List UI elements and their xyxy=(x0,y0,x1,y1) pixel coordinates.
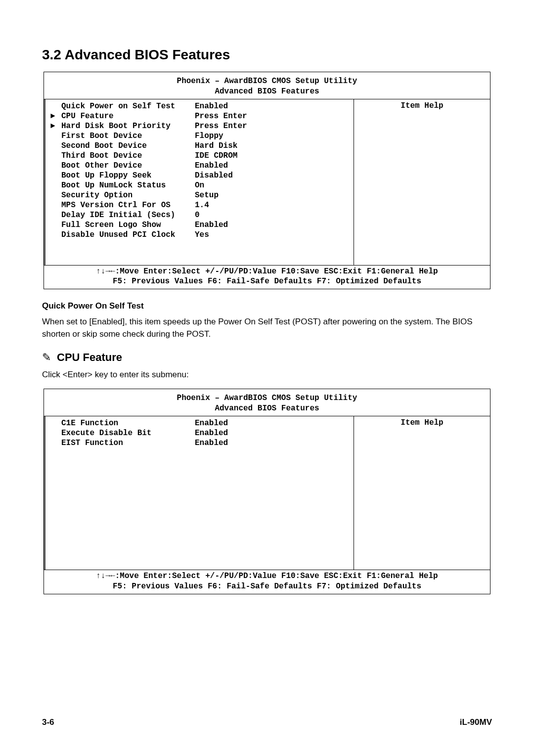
setting-value: Enabled xyxy=(195,428,228,438)
doc-id: iL-90MV xyxy=(460,717,492,727)
setting-label: Disable Unused PCI Clock xyxy=(61,230,195,240)
submenu-arrow-icon xyxy=(50,220,61,230)
setting-value: Press Enter xyxy=(195,121,247,131)
setting-value: Yes xyxy=(195,230,209,240)
setting-description: When set to [Enabled], this item speeds … xyxy=(42,316,492,340)
setting-label: Security Option xyxy=(61,190,195,200)
submenu-arrow-icon xyxy=(50,101,61,111)
bios-setting-row[interactable]: Third Boot DeviceIDE CDROM xyxy=(45,151,354,161)
submenu-arrow-icon xyxy=(50,141,61,151)
bios-body-2: C1E FunctionEnabledExecute Disable BitEn… xyxy=(44,416,490,570)
footer2-keys-line2: F5: Previous Values F6: Fail-Safe Defaul… xyxy=(44,581,490,592)
setting-label: Delay IDE Initial (Secs) xyxy=(61,210,195,220)
cpu-feature-heading: ✎CPU Feature xyxy=(42,351,492,364)
setting-value: Setup xyxy=(195,190,219,200)
item-help-label-2: Item Help xyxy=(400,418,443,427)
setting-label: MPS Version Ctrl For OS xyxy=(61,200,195,210)
setting-label: Execute Disable Bit xyxy=(61,428,195,438)
setting-value: Enabled xyxy=(195,220,228,230)
submenu-arrow-icon xyxy=(50,438,61,448)
bios-setting-row[interactable]: Second Boot DeviceHard Disk xyxy=(45,141,354,151)
submenu-arrow-icon xyxy=(50,131,61,141)
setting-value: Hard Disk xyxy=(195,141,237,151)
submenu-arrow-icon: ► xyxy=(50,121,61,131)
setting-subheading: Quick Power On Self Test xyxy=(42,301,492,311)
bios-help-pane-2: Item Help xyxy=(354,416,490,570)
page-number: 3-6 xyxy=(42,717,54,727)
setting-label: Full Screen Logo Show xyxy=(61,220,195,230)
submenu-arrow-icon xyxy=(50,161,61,171)
submenu-arrow-icon xyxy=(50,180,61,190)
bios-footer-2: ↑↓→←:Move Enter:Select +/-/PU/PD:Value F… xyxy=(44,570,490,594)
bios-setting-row[interactable]: Security OptionSetup xyxy=(45,190,354,200)
bios-title2-line2: Advanced BIOS Features xyxy=(44,403,490,414)
submenu-arrow-icon xyxy=(50,151,61,161)
bios-setting-row[interactable]: Execute Disable BitEnabled xyxy=(45,428,354,438)
submenu-arrow-icon: ► xyxy=(50,111,61,121)
bios-setting-row[interactable]: Full Screen Logo ShowEnabled xyxy=(45,220,354,230)
page-footer: 3-6 iL-90MV xyxy=(42,717,492,727)
bios-panel-main: Phoenix – AwardBIOS CMOS Setup Utility A… xyxy=(44,72,490,289)
footer-keys-line2: F5: Previous Values F6: Fail-Safe Defaul… xyxy=(44,276,490,287)
setting-value: On xyxy=(195,180,204,190)
setting-value: Disabled xyxy=(195,171,233,180)
bios-setting-row[interactable]: ►CPU FeaturePress Enter xyxy=(45,111,354,121)
item-help-label: Item Help xyxy=(400,101,443,110)
setting-label: CPU Feature xyxy=(61,111,195,121)
setting-value: Press Enter xyxy=(195,111,247,121)
bios-title-line1: Phoenix – AwardBIOS CMOS Setup Utility xyxy=(44,76,490,87)
setting-value: Enabled xyxy=(195,418,228,428)
setting-value: 1.4 xyxy=(195,200,209,210)
submenu-arrow-icon xyxy=(50,418,61,428)
setting-label: Boot Up NumLock Status xyxy=(61,180,195,190)
bios-setting-row[interactable]: Quick Power on Self TestEnabled xyxy=(45,101,354,111)
bios-cpu-list: C1E FunctionEnabledExecute Disable BitEn… xyxy=(44,416,354,570)
submenu-arrow-icon xyxy=(50,190,61,200)
bios-setting-row[interactable]: Boot Other DeviceEnabled xyxy=(45,161,354,171)
bios-header: Phoenix – AwardBIOS CMOS Setup Utility A… xyxy=(44,72,490,99)
bios-setting-row[interactable]: First Boot DeviceFloppy xyxy=(45,131,354,141)
setting-value: Enabled xyxy=(195,161,228,171)
setting-value: 0 xyxy=(195,210,200,220)
setting-label: Second Boot Device xyxy=(61,141,195,151)
setting-value: Enabled xyxy=(195,438,228,448)
pointer-icon: ✎ xyxy=(42,351,53,364)
bios-setting-row[interactable]: C1E FunctionEnabled xyxy=(45,418,354,428)
bios-setting-row[interactable]: EIST FunctionEnabled xyxy=(45,438,354,448)
setting-value: IDE CDROM xyxy=(195,151,237,161)
submenu-arrow-icon xyxy=(50,210,61,220)
section-heading: 3.2 Advanced BIOS Features xyxy=(42,47,492,63)
bios-panel-cpu: Phoenix – AwardBIOS CMOS Setup Utility A… xyxy=(44,389,490,594)
bios-help-pane: Item Help xyxy=(354,99,490,265)
bios-header-2: Phoenix – AwardBIOS CMOS Setup Utility A… xyxy=(44,389,490,416)
setting-label: Quick Power on Self Test xyxy=(61,101,195,111)
submenu-arrow-icon xyxy=(50,200,61,210)
setting-label: C1E Function xyxy=(61,418,195,428)
bios-setting-row[interactable]: MPS Version Ctrl For OS1.4 xyxy=(45,200,354,210)
submenu-arrow-icon xyxy=(50,428,61,438)
setting-label: Third Boot Device xyxy=(61,151,195,161)
bios-title2-line1: Phoenix – AwardBIOS CMOS Setup Utility xyxy=(44,393,490,403)
setting-label: Boot Other Device xyxy=(61,161,195,171)
setting-value: Floppy xyxy=(195,131,223,141)
bios-setting-row[interactable]: Disable Unused PCI ClockYes xyxy=(45,230,354,240)
setting-label: First Boot Device xyxy=(61,131,195,141)
bios-body: Quick Power on Self TestEnabled►CPU Feat… xyxy=(44,99,490,265)
footer-keys-line1: ↑↓→←:Move Enter:Select +/-/PU/PD:Value F… xyxy=(44,267,490,277)
bios-setting-row[interactable]: Delay IDE Initial (Secs) 0 xyxy=(45,210,354,220)
submenu-arrow-icon xyxy=(50,171,61,180)
footer2-keys-line1: ↑↓→←:Move Enter:Select +/-/PU/PD:Value F… xyxy=(44,571,490,581)
bios-title-line2: Advanced BIOS Features xyxy=(44,87,490,97)
setting-label: EIST Function xyxy=(61,438,195,448)
setting-label: Hard Disk Boot Priority xyxy=(61,121,195,131)
bios-setting-row[interactable]: Boot Up Floppy SeekDisabled xyxy=(45,171,354,180)
bios-setting-row[interactable]: ►Hard Disk Boot PriorityPress Enter xyxy=(45,121,354,131)
cpu-feature-title: CPU Feature xyxy=(57,351,122,363)
bios-setting-row[interactable]: Boot Up NumLock StatusOn xyxy=(45,180,354,190)
bios-settings-list: Quick Power on Self TestEnabled►CPU Feat… xyxy=(44,99,354,265)
setting-label: Boot Up Floppy Seek xyxy=(61,171,195,180)
bios-footer: ↑↓→←:Move Enter:Select +/-/PU/PD:Value F… xyxy=(44,265,490,289)
submenu-arrow-icon xyxy=(50,230,61,240)
cpu-feature-intro: Click <Enter> key to enter its submenu: xyxy=(42,370,492,380)
setting-value: Enabled xyxy=(195,101,228,111)
